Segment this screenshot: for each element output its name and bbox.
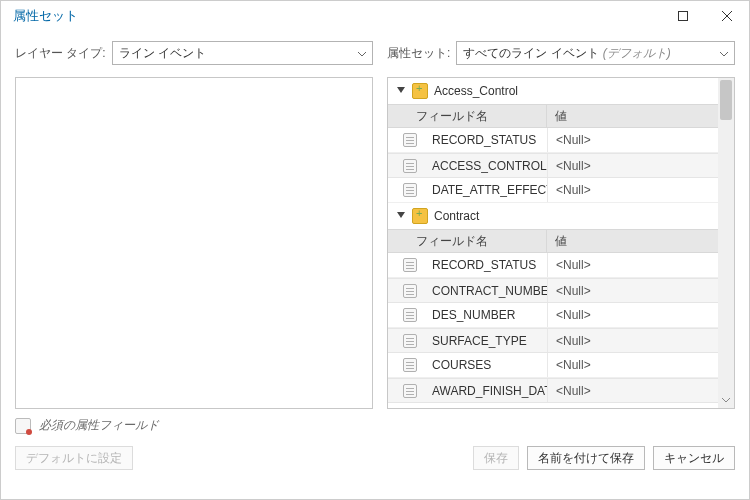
group-icon <box>412 208 428 224</box>
title-bar: 属性セット <box>1 1 749 31</box>
maximize-button[interactable] <box>661 1 705 31</box>
attrset-value: すべてのライン イベント <box>463 45 598 62</box>
field-icon <box>403 133 417 147</box>
field-value[interactable]: <Null> <box>547 353 718 377</box>
scrollbar[interactable] <box>718 78 734 408</box>
disclosure-triangle-icon <box>396 84 406 98</box>
field-icon <box>403 358 417 372</box>
group-name: Contract <box>434 209 479 223</box>
field-value[interactable]: <Null> <box>547 279 718 302</box>
maximize-icon <box>678 11 688 21</box>
layer-type-combo[interactable]: ライン イベント <box>112 41 373 65</box>
table-row[interactable]: ACCESS_CONTROL<Null> <box>388 153 718 178</box>
close-button[interactable] <box>705 1 749 31</box>
save-button: 保存 <box>473 446 519 470</box>
chevron-down-icon <box>358 46 366 60</box>
layer-type-value: ライン イベント <box>119 45 206 62</box>
attribute-tree-panel: Access_Controlフィールド名値RECORD_STATUS<Null>… <box>387 77 735 409</box>
chevron-down-icon <box>720 46 728 60</box>
field-value[interactable]: <Null> <box>547 303 718 327</box>
table-row[interactable]: DES_NUMBER<Null> <box>388 303 718 328</box>
disclosure-triangle-icon <box>396 209 406 223</box>
header-value: 値 <box>547 105 718 127</box>
field-name: RECORD_STATUS <box>432 128 547 152</box>
required-hint-text: 必須の属性フィールド <box>39 417 159 434</box>
field-value[interactable]: <Null> <box>547 128 718 152</box>
field-name: DATE_ATTR_EFFECTIVE <box>432 178 547 202</box>
group-icon <box>412 83 428 99</box>
table-row[interactable]: CONTRACT_NUMBER<Null> <box>388 278 718 303</box>
svg-marker-4 <box>397 212 405 218</box>
attrset-combo[interactable]: すべてのライン イベント (デフォルト) <box>456 41 735 65</box>
svg-rect-0 <box>679 12 688 21</box>
field-value[interactable]: <Null> <box>547 253 718 277</box>
group-row[interactable]: Access_Control <box>388 78 718 104</box>
field-value[interactable]: <Null> <box>547 178 718 202</box>
svg-marker-3 <box>397 87 405 93</box>
field-icon <box>403 308 417 322</box>
field-icon <box>403 284 417 298</box>
field-name: COURSES <box>432 353 547 377</box>
button-bar: デフォルトに設定 保存 名前を付けて保存 キャンセル <box>1 438 749 482</box>
field-icon <box>403 384 417 398</box>
field-icon <box>403 334 417 348</box>
field-name: SURFACE_TYPE <box>432 329 547 352</box>
attrset-default-hint: (デフォルト) <box>603 45 671 62</box>
table-row[interactable]: AWARD_FINISH_DATE<Null> <box>388 378 718 403</box>
left-list-panel <box>15 77 373 409</box>
table-header: フィールド名値 <box>388 104 718 128</box>
table-row[interactable]: RECORD_STATUS<Null> <box>388 128 718 153</box>
required-fields-hint: 必須の属性フィールド <box>1 409 749 438</box>
layer-type-label: レイヤー タイプ: <box>15 45 106 62</box>
cancel-button[interactable]: キャンセル <box>653 446 735 470</box>
field-name: AWARD_FINISH_DATE <box>432 379 547 402</box>
table-row[interactable]: RECORD_STATUS<Null> <box>388 253 718 278</box>
field-icon <box>403 183 417 197</box>
field-name: RECORD_STATUS <box>432 253 547 277</box>
window-title: 属性セット <box>13 7 78 25</box>
attrset-label: 属性セット: <box>387 45 450 62</box>
table-row[interactable]: COURSES<Null> <box>388 353 718 378</box>
group-row[interactable]: Contract <box>388 203 718 229</box>
header-value: 値 <box>547 230 718 252</box>
table-row[interactable]: DATE_ATTR_EFFECTIVE<Null> <box>388 178 718 203</box>
field-name: CONTRACT_NUMBER <box>432 279 547 302</box>
group-name: Access_Control <box>434 84 518 98</box>
field-value[interactable]: <Null> <box>547 329 718 352</box>
scrollbar-thumb[interactable] <box>720 80 732 120</box>
field-name: DES_NUMBER <box>432 303 547 327</box>
save-as-button[interactable]: 名前を付けて保存 <box>527 446 645 470</box>
header-field-name: フィールド名 <box>388 230 547 252</box>
table-row[interactable]: SURFACE_TYPE<Null> <box>388 328 718 353</box>
field-value[interactable]: <Null> <box>547 154 718 177</box>
field-name: ACCESS_CONTROL <box>432 154 547 177</box>
field-value[interactable]: <Null> <box>547 379 718 402</box>
table-header: フィールド名値 <box>388 229 718 253</box>
field-icon <box>403 258 417 272</box>
field-icon <box>403 159 417 173</box>
set-default-button: デフォルトに設定 <box>15 446 133 470</box>
required-field-icon <box>15 418 31 434</box>
scroll-down-icon[interactable] <box>718 392 734 408</box>
header-field-name: フィールド名 <box>388 105 547 127</box>
close-icon <box>722 11 732 21</box>
